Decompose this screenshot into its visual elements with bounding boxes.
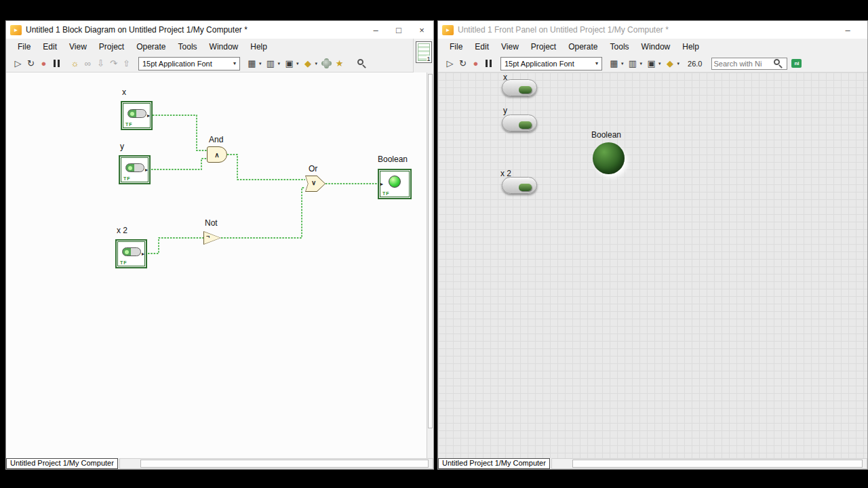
menu-help[interactable]: Help (676, 39, 705, 55)
step-into-button[interactable]: ⇩ (94, 57, 107, 70)
menu-help[interactable]: Help (244, 39, 273, 55)
retain-wire-values-button[interactable]: ∞ (81, 57, 94, 70)
menu-tools[interactable]: Tools (604, 39, 635, 55)
close-button[interactable]: × (410, 21, 433, 39)
menu-project[interactable]: Project (93, 39, 130, 55)
and-gate-node[interactable]: ∧ (207, 146, 227, 163)
resize-objects-button[interactable]: ▣ (645, 57, 658, 70)
indicator-label-boolean[interactable]: Boolean (378, 155, 408, 164)
menu-tools[interactable]: Tools (172, 39, 203, 55)
pause-button[interactable] (482, 57, 495, 70)
reorder-button[interactable]: ◆ (664, 57, 677, 70)
run-button[interactable]: ▷ (12, 57, 24, 70)
step-out-button[interactable]: ⇧ (120, 57, 133, 70)
control-label-y[interactable]: y (120, 142, 124, 151)
cleanup-diagram-button[interactable]: ★ (333, 57, 346, 70)
horizontal-scrollbar[interactable] (551, 458, 867, 469)
chevron-down-icon[interactable]: ▾ (315, 61, 318, 66)
run-continuously-button[interactable]: ↻ (24, 57, 37, 70)
chevron-down-icon[interactable]: ▾ (621, 61, 624, 66)
gate-label-or[interactable]: Or (309, 164, 317, 174)
vi-icon-pane[interactable]: 1 (413, 39, 433, 73)
font-selector-value: 15pt Application Font (142, 60, 212, 68)
maximize-button[interactable]: □ (387, 21, 410, 39)
resize-objects-button[interactable]: ▣ (283, 57, 296, 70)
zoom-level[interactable]: 26.0 (688, 60, 702, 68)
wire-x-to-and[interactable] (153, 115, 207, 150)
slide-switch-icon (125, 163, 144, 172)
boolean-control-terminal-x2[interactable]: TF ▸ (115, 239, 147, 268)
search-button[interactable] (355, 57, 368, 70)
step-over-button[interactable]: ↷ (107, 57, 120, 70)
front-panel-canvas[interactable]: x y Boolean x 2 (438, 73, 867, 458)
reorder-button[interactable]: ◆ (302, 57, 315, 70)
search-input[interactable] (713, 60, 773, 68)
boolean-led-indicator[interactable] (593, 142, 625, 174)
slide-switch-x2[interactable] (502, 177, 537, 194)
boolean-control-terminal-y[interactable]: TF ▸ (119, 155, 151, 184)
menu-project[interactable]: Project (525, 39, 562, 55)
distribute-objects-button[interactable]: ▥ (264, 57, 277, 70)
not-gate-node[interactable]: ¬ (203, 231, 221, 245)
font-selector[interactable]: 15pt Application Font ▾ (500, 57, 602, 70)
or-gate-node[interactable]: ∨ (305, 176, 326, 192)
slide-switch-x[interactable] (502, 79, 537, 96)
chevron-down-icon[interactable]: ▾ (259, 61, 262, 66)
menu-window[interactable]: Window (203, 39, 245, 55)
highlight-execution-button[interactable]: ☼ (68, 57, 81, 70)
menu-operate[interactable]: Operate (562, 39, 604, 55)
pause-button[interactable] (50, 57, 63, 70)
boolean-control-terminal-x[interactable]: TF ▸ (121, 101, 153, 130)
align-objects-button[interactable]: ▦ (608, 57, 620, 70)
align-objects-button[interactable]: ▦ (245, 57, 258, 70)
vertical-scrollbar[interactable] (427, 73, 433, 458)
distribute-objects-button[interactable]: ▥ (627, 57, 639, 70)
bottom-bar: Untitled Project 1/My Computer (6, 458, 433, 469)
chevron-down-icon[interactable]: ▾ (296, 61, 299, 66)
chevron-down-icon[interactable]: ▾ (278, 61, 281, 66)
gate-label-and[interactable]: And (209, 135, 223, 144)
horizontal-scrollbar-thumb[interactable] (140, 460, 429, 468)
menu-file[interactable]: File (12, 39, 37, 55)
block-diagram-canvas[interactable]: x TF ▸ y TF ▸ x 2 TF ▸ And (6, 73, 433, 458)
menu-edit[interactable]: Edit (469, 39, 495, 55)
run-button[interactable]: ▷ (443, 57, 456, 70)
minimize-button[interactable]: – (364, 21, 387, 39)
slide-switch-y[interactable] (502, 115, 537, 131)
wire-and-to-or[interactable] (227, 155, 305, 180)
gear-icon[interactable] (320, 57, 333, 70)
abort-button[interactable]: ● (37, 57, 50, 70)
control-label-x2[interactable]: x 2 (117, 226, 127, 235)
chevron-down-icon[interactable]: ▾ (677, 61, 680, 66)
control-label-y[interactable]: y (503, 106, 507, 115)
indicator-label-boolean[interactable]: Boolean (591, 130, 621, 140)
horizontal-scrollbar[interactable] (119, 458, 433, 469)
run-continuously-button[interactable]: ↻ (456, 57, 469, 70)
abort-button[interactable]: ● (469, 57, 482, 70)
switch-lever (519, 184, 532, 191)
menu-operate[interactable]: Operate (130, 39, 172, 55)
titlebar[interactable]: ► Untitled 1 Front Panel on Untitled Pro… (438, 21, 867, 39)
wire-y-to-and[interactable] (151, 159, 207, 169)
menu-view[interactable]: View (63, 39, 93, 55)
terminal-inner-frame: TF ▸ (121, 157, 149, 182)
control-label-x[interactable]: x (122, 87, 126, 97)
wire-x2-to-not[interactable] (148, 238, 203, 253)
ni-logo-icon[interactable]: ni (791, 59, 802, 68)
chevron-down-icon[interactable]: ▾ (640, 61, 643, 66)
chevron-down-icon[interactable]: ▾ (658, 61, 661, 66)
titlebar[interactable]: ► Untitled 1 Block Diagram on Untitled P… (6, 21, 433, 39)
menu-file[interactable]: File (443, 39, 469, 55)
menu-view[interactable]: View (495, 39, 525, 55)
font-selector[interactable]: 15pt Application Font ▾ (138, 57, 240, 70)
wire-not-to-or[interactable] (221, 188, 305, 238)
horizontal-scrollbar-thumb[interactable] (572, 460, 863, 468)
search-icon (773, 58, 783, 68)
minimize-button[interactable]: – (836, 21, 859, 39)
menu-window[interactable]: Window (635, 39, 677, 55)
menu-edit[interactable]: Edit (37, 39, 63, 55)
gate-label-not[interactable]: Not (205, 218, 218, 228)
vertical-scrollbar-thumb[interactable] (428, 74, 433, 428)
search-box[interactable] (711, 58, 787, 70)
boolean-indicator-terminal[interactable]: TF ▸ (378, 169, 412, 199)
